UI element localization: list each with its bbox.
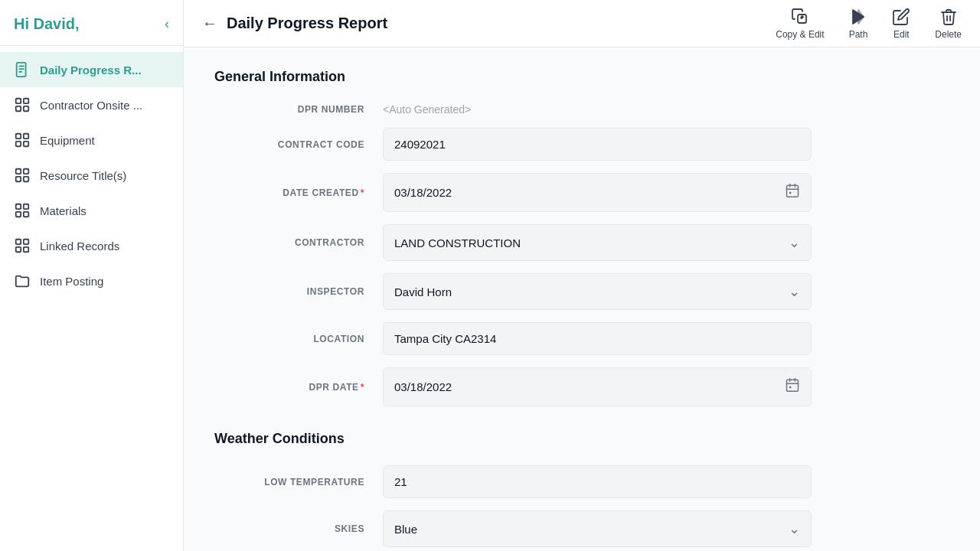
path-label: Path: [849, 29, 868, 40]
skies-row: SKIES Blue ⌄: [214, 510, 949, 547]
header-actions: Copy & Edit Path Edit: [776, 8, 962, 40]
delete-button[interactable]: Delete: [935, 8, 962, 40]
svg-rect-31: [789, 192, 792, 194]
svg-rect-13: [24, 169, 28, 174]
svg-marker-26: [858, 10, 864, 24]
required-star: *: [361, 187, 364, 198]
calendar-icon: [785, 183, 800, 202]
inspector-label: INSPECTOR: [214, 286, 383, 297]
page-title: Daily Progress Report: [227, 15, 387, 32]
svg-rect-16: [16, 204, 21, 209]
sidebar-item-label: Linked Records: [40, 240, 119, 253]
sidebar-header: Hi David, ‹: [0, 0, 183, 46]
edit-button[interactable]: Edit: [892, 8, 910, 40]
svg-rect-9: [24, 134, 28, 139]
inspector-value: David Horn: [394, 285, 452, 298]
date-created-picker[interactable]: 03/18/2022: [383, 173, 812, 212]
sidebar-item-label: Item Posting: [40, 275, 103, 288]
contract-code-input[interactable]: [383, 128, 812, 161]
date-created-label: DATE CREATED*: [214, 187, 383, 198]
svg-rect-20: [16, 240, 21, 244]
svg-rect-5: [24, 99, 28, 103]
back-button[interactable]: ←: [202, 15, 217, 32]
svg-rect-11: [24, 142, 28, 146]
main-area: ← Daily Progress Report Copy & Edit Path: [184, 0, 980, 551]
contractor-value: LAND CONSTRUCTION: [394, 236, 521, 249]
svg-rect-19: [24, 212, 28, 217]
skies-select[interactable]: Blue ⌄: [383, 510, 812, 547]
inspector-row: INSPECTOR David Horn ⌄: [214, 273, 949, 310]
svg-rect-23: [24, 247, 28, 252]
grid-icon: [14, 96, 31, 113]
svg-rect-6: [16, 106, 21, 111]
sidebar-item-label: Contractor Onsite ...: [40, 99, 142, 112]
svg-rect-32: [787, 380, 799, 391]
sidebar-item-materials[interactable]: Materials: [0, 193, 183, 228]
sidebar-item-label: Equipment: [40, 134, 95, 147]
calendar-icon: [785, 377, 800, 396]
chevron-down-icon: ⌄: [789, 283, 800, 300]
grid-icon: [14, 132, 31, 148]
dpr-number-label: DPR NUMBER: [214, 104, 383, 115]
svg-rect-7: [24, 106, 28, 111]
required-star: *: [361, 382, 364, 393]
header-left: ← Daily Progress Report: [202, 15, 387, 32]
sidebar-item-label: Materials: [40, 204, 87, 217]
svg-rect-12: [16, 169, 21, 174]
path-button[interactable]: Path: [849, 8, 868, 40]
location-input[interactable]: [383, 322, 812, 355]
contract-code-label: CONTRACT CODE: [214, 139, 383, 150]
greeting: Hi David,: [14, 15, 80, 33]
skies-value: Blue: [394, 523, 417, 536]
contractor-label: CONTRACTOR: [214, 237, 383, 248]
sidebar-item-linked-records[interactable]: Linked Records: [0, 228, 183, 263]
grid-icon: [14, 237, 31, 254]
svg-rect-17: [24, 204, 28, 209]
grid-icon: [14, 167, 31, 184]
svg-rect-15: [24, 177, 28, 181]
sidebar-item-contractor-onsite[interactable]: Contractor Onsite ...: [0, 87, 183, 122]
dpr-date-picker[interactable]: 03/18/2022: [383, 367, 812, 406]
contractor-row: CONTRACTOR LAND CONSTRUCTION ⌄: [214, 224, 949, 261]
svg-rect-14: [16, 177, 21, 181]
dpr-number-row: DPR NUMBER <Auto Generated>: [214, 103, 949, 116]
document-icon: [14, 61, 31, 78]
general-info-section-title: General Information: [214, 69, 949, 85]
sidebar-item-equipment[interactable]: Equipment: [0, 122, 183, 158]
svg-rect-8: [16, 134, 21, 139]
copy-edit-button[interactable]: Copy & Edit: [776, 8, 824, 40]
inspector-select[interactable]: David Horn ⌄: [383, 273, 812, 310]
dpr-number-value: <Auto Generated>: [383, 103, 471, 116]
contract-code-row: CONTRACT CODE: [214, 128, 949, 161]
dpr-date-label: DPR DATE*: [214, 382, 383, 393]
svg-rect-36: [789, 386, 792, 389]
date-created-value: 03/18/2022: [394, 186, 452, 199]
svg-rect-18: [16, 212, 21, 217]
sidebar-collapse-button[interactable]: ‹: [165, 16, 169, 32]
folder-icon: [14, 272, 31, 289]
dpr-date-row: DPR DATE* 03/18/2022: [214, 367, 949, 406]
delete-label: Delete: [935, 29, 962, 40]
svg-rect-22: [16, 247, 21, 252]
sidebar-item-daily-progress[interactable]: Daily Progress R...: [0, 52, 183, 87]
low-temperature-label: LOW TEMPERATURE: [214, 477, 383, 487]
sidebar: Hi David, ‹ Daily Progress R... Contract…: [0, 0, 184, 551]
date-created-row: DATE CREATED* 03/18/2022: [214, 173, 949, 212]
contractor-select[interactable]: LAND CONSTRUCTION ⌄: [383, 224, 812, 261]
svg-rect-27: [787, 185, 799, 197]
location-row: LOCATION: [214, 322, 949, 355]
main-header: ← Daily Progress Report Copy & Edit Path: [184, 0, 980, 47]
low-temperature-row: LOW TEMPERATURE: [214, 465, 949, 498]
low-temperature-input[interactable]: [383, 465, 812, 498]
chevron-down-icon: ⌄: [789, 234, 800, 251]
sidebar-item-item-posting[interactable]: Item Posting: [0, 263, 183, 298]
content-area: General Information DPR NUMBER <Auto Gen…: [184, 47, 980, 551]
svg-rect-10: [16, 142, 21, 146]
svg-rect-4: [16, 99, 21, 103]
location-label: LOCATION: [214, 334, 383, 344]
sidebar-item-resource-titles[interactable]: Resource Title(s): [0, 158, 183, 193]
copy-edit-label: Copy & Edit: [776, 29, 824, 40]
chevron-down-icon: ⌄: [789, 520, 800, 537]
edit-label: Edit: [893, 29, 910, 40]
grid-icon: [14, 202, 31, 219]
